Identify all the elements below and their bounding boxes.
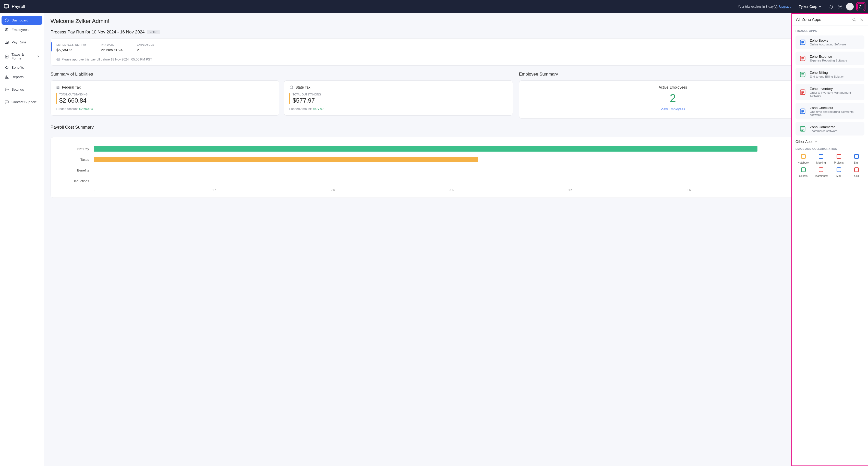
svg-rect-8 <box>5 101 8 103</box>
people-icon <box>5 28 9 32</box>
chevron-down-icon <box>814 141 817 143</box>
state-icon <box>289 85 293 89</box>
app-tile[interactable]: Zoho InventoryOrder & Inventory Manageme… <box>796 84 864 100</box>
app-small-tile[interactable]: Projects <box>831 153 847 164</box>
app-icon <box>818 167 824 173</box>
app-tile[interactable]: Zoho BooksOnline Accounting Software <box>796 35 864 49</box>
sidebar-item-label: Reports <box>11 75 24 79</box>
sidebar-item-taxes[interactable]: Taxes & Forms <box>2 50 42 63</box>
benefits-icon <box>5 65 9 70</box>
sidebar-item-label: Contact Support <box>11 100 36 104</box>
svg-rect-21 <box>819 168 823 172</box>
avatar[interactable] <box>846 3 854 10</box>
sidebar-item-label: Settings <box>11 88 24 91</box>
app-small-tile[interactable]: Mail <box>831 167 847 177</box>
app-tile[interactable]: Zoho ExpenseExpense Reporting Software <box>796 52 864 65</box>
gear-icon[interactable] <box>837 4 842 9</box>
payrun-card: EMPLOYEES' NET PAY $5,584.29 PAY DATE 22… <box>51 38 861 66</box>
sidebar: Dashboard Employees Pay Runs Taxes & For… <box>0 13 44 466</box>
sidebar-item-label: Taxes & Forms <box>11 53 34 60</box>
sidebar-item-label: Pay Runs <box>11 40 27 44</box>
info-icon: i <box>56 58 60 61</box>
bell-icon[interactable] <box>829 4 834 9</box>
sidebar-item-payruns[interactable]: Pay Runs <box>2 38 42 47</box>
svg-rect-18 <box>837 154 841 158</box>
app-small-tile[interactable]: Cliq <box>849 167 865 177</box>
cost-summary-card: Net PayTaxesBenefitsDeductions01 K2 K3 K… <box>51 137 861 198</box>
cost-bar-row: Deductions <box>58 176 805 186</box>
sidebar-item-label: Employees <box>11 28 29 32</box>
svg-point-4 <box>7 28 8 29</box>
status-badge: DRAFT <box>147 30 160 34</box>
sidebar-item-label: Dashboard <box>11 19 28 22</box>
taxes-icon <box>5 54 9 59</box>
search-icon[interactable] <box>852 18 856 22</box>
support-icon <box>5 100 9 104</box>
zoho-apps-button[interactable] <box>857 3 864 10</box>
app-small-tile[interactable]: Sign <box>849 153 865 164</box>
cost-bar-row: Net Pay <box>58 144 805 154</box>
org-selector[interactable]: Zylker Corp <box>799 5 821 9</box>
sidebar-item-support[interactable]: Contact Support <box>2 97 42 106</box>
svg-rect-23 <box>855 168 859 172</box>
svg-point-1 <box>839 6 841 7</box>
app-icon <box>800 153 806 159</box>
dashboard-icon <box>5 18 9 23</box>
chevron-right-icon <box>37 55 39 58</box>
gear-icon <box>5 87 9 92</box>
app-icon <box>799 55 806 62</box>
sidebar-item-employees[interactable]: Employees <box>2 25 42 34</box>
app-icon <box>836 153 842 159</box>
app-icon <box>799 71 806 78</box>
cost-summary-title: Payroll Cost Summary <box>51 125 94 130</box>
view-employees-link[interactable]: View Employees <box>524 107 822 111</box>
svg-point-3 <box>6 28 7 30</box>
sidebar-item-settings[interactable]: Settings <box>2 85 42 94</box>
other-apps-toggle[interactable]: Other Apps <box>796 139 864 144</box>
separator <box>825 4 825 9</box>
sidebar-item-label: Benefits <box>11 66 24 69</box>
cost-bar-row: Taxes <box>58 154 805 165</box>
app-small-tile[interactable]: Notebook <box>796 153 811 164</box>
app-icon <box>854 153 860 159</box>
payrun-note: i Please approve this payroll before 18 … <box>51 55 861 65</box>
app-icon <box>854 167 860 173</box>
app-small-tile[interactable]: Meeting <box>813 153 829 164</box>
upgrade-link[interactable]: Upgrade <box>779 5 792 8</box>
apps-category-email: EMAIL AND COLLABORATION <box>796 147 864 150</box>
zoho-apps-panel: All Zoho Apps FINANCE APPS Zoho BooksOnl… <box>792 13 868 466</box>
sidebar-item-dashboard[interactable]: Dashboard <box>2 16 42 25</box>
app-tile[interactable]: Zoho CommerceEcommerce software. <box>796 122 864 135</box>
apps-category-finance: FINANCE APPS <box>796 29 864 32</box>
svg-point-7 <box>6 89 7 90</box>
app-icon <box>799 125 806 132</box>
payrun-stat-paydate: PAY DATE 22 Nov 2024 <box>101 43 123 52</box>
payrun-stat-employees: EMPLOYEES 2 <box>137 43 154 52</box>
app-small-tile[interactable]: TeamInbox <box>813 167 829 177</box>
liabilities-title: Summary of Liabilities <box>51 72 513 77</box>
app-icon <box>799 89 806 96</box>
separator <box>795 4 795 9</box>
svg-rect-22 <box>837 168 841 172</box>
sidebar-item-benefits[interactable]: Benefits <box>2 63 42 72</box>
payrun-stat-netpay: EMPLOYEES' NET PAY $5,584.29 <box>56 43 87 52</box>
sidebar-item-reports[interactable]: Reports <box>2 72 42 82</box>
payrun-icon <box>5 40 9 44</box>
cost-bar <box>94 157 478 162</box>
svg-rect-17 <box>819 154 823 158</box>
app-tile[interactable]: Zoho BillingEnd-to-end Billing Solution <box>796 68 864 81</box>
app-tile[interactable]: Zoho CheckoutOne-time and recurring paym… <box>796 103 864 119</box>
reports-icon <box>5 75 9 79</box>
app-icon <box>818 153 824 159</box>
svg-rect-16 <box>801 154 805 158</box>
payrun-heading: Process Pay Run for 10 Nov 2024 - 16 Nov… <box>51 30 861 35</box>
app-icon <box>799 39 806 46</box>
svg-rect-19 <box>855 154 859 158</box>
app-small-tile[interactable]: Sprints <box>796 167 811 177</box>
svg-rect-0 <box>4 4 9 8</box>
topbar: Payroll Your trial expires in 8 day(s). … <box>0 0 868 13</box>
liability-card-state: State Tax TOTAL OUTSTANDING $577.97 Fund… <box>284 81 513 116</box>
main-content: Welcome Zylker Admin! Process Pay Run fo… <box>44 13 868 466</box>
close-icon[interactable] <box>860 18 864 22</box>
apps-panel-title: All Zoho Apps <box>796 18 821 22</box>
